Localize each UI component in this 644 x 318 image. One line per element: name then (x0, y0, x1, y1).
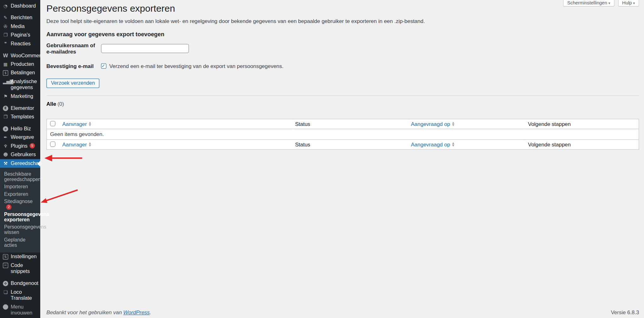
sidebar-item-label: Media (11, 23, 38, 30)
form-row-username: Gebruikersnaam of e-mailadres (47, 39, 639, 58)
woocommerce-icon: W (3, 53, 8, 58)
submenu-gereedschap: Beschikbare gereedschappenImporterenExpo… (0, 168, 40, 253)
list-filters: Alle(0) (47, 101, 639, 107)
sidebar-item-label: Berichten (11, 15, 38, 21)
form-row-confirmation: Bevestiging e-mail Verzend een e-mail te… (47, 58, 639, 74)
templates-folder-icon: ❒ (3, 114, 8, 120)
comments-icon: ❞ (3, 41, 8, 47)
sidebar-item-loco-translate[interactable]: ❏Loco Translate (0, 288, 40, 303)
sidebar-item-media[interactable]: ✇Media (0, 22, 40, 31)
sidebar-item-label: Gebruikers (11, 152, 38, 158)
add-export-request-heading: Aanvraag voor gegevens export toevoegen (47, 31, 639, 37)
submenu-item-persoonsgegevens-wissen[interactable]: Persoonsgegevens wissen (0, 223, 40, 236)
page-title: Persoonsgegevens exporteren (47, 3, 639, 14)
sidebar-item-bondgenoot[interactable]: ✣Bondgenoot (0, 279, 40, 288)
screen-options-tab[interactable]: Scherminstellingen▾ (563, 0, 614, 7)
table-header: Aanvrager▲▼StatusAangevraagd op▲▼Volgend… (47, 119, 639, 129)
submenu-item-importeren[interactable]: Importeren (0, 183, 40, 190)
sort-arrows-icon: ▲▼ (452, 142, 454, 147)
code-snippets-scissors-icon: ✂ (3, 263, 8, 268)
sidebar-item-label: Hello Biz (11, 126, 38, 132)
sidebar-item-gebruikers[interactable]: ☻Gebruikers (0, 150, 40, 159)
sidebar-item-label: Menu invouwen (11, 304, 38, 316)
sidebar-item-label: Marketing (11, 93, 38, 99)
sort-arrows-icon: ▲▼ (89, 122, 91, 126)
sort-link-aangevraagd-op[interactable]: Aangevraagd op▲▼ (411, 141, 454, 148)
sidebar-item-hello-biz[interactable]: +Hello Biz (0, 125, 40, 133)
send-request-button[interactable]: Verzoek verzenden (47, 78, 100, 88)
sidebar-item-menu-invouwen[interactable]: ◀Menu invouwen (0, 303, 40, 317)
column-label: Aangevraagd op (411, 121, 450, 127)
column-label: Aanvrager (62, 121, 87, 127)
column-volgende-stappen-footer: Volgende stappen (525, 139, 639, 149)
sidebar-item-label: Betalingen (11, 70, 38, 76)
sidebar-item-reacties[interactable]: ❞Reacties (0, 39, 40, 48)
sidebar-item-berichten[interactable]: ✎Berichten (0, 14, 40, 22)
column-label: Aangevraagd op (411, 141, 450, 148)
hello-biz-plus-icon: + (3, 126, 8, 132)
column-volgende-stappen-header: Volgende stappen (525, 119, 639, 129)
export-request-form: Gebruikersnaam of e-mailadres Bevestigin… (47, 39, 639, 74)
send-confirmation-checkbox[interactable] (101, 63, 106, 68)
tools-wrench-icon: ⚒ (3, 161, 8, 166)
wordpress-admin-page: ◔Dashboard✎Berichten✇Media❐Pagina's❞Reac… (0, 0, 644, 318)
sidebar-item-label: Dashboard (11, 3, 38, 9)
sidebar-item-marketing[interactable]: ⚑Marketing (0, 92, 40, 101)
translate-pages-icon: ❏ (3, 290, 8, 295)
sidebar-item-label: Loco Translate (11, 289, 38, 301)
sidebar-item-paginas[interactable]: ❐Pagina's (0, 31, 40, 39)
sidebar-item-plugins[interactable]: ♆Plugins5 (0, 142, 40, 150)
submenu-item-sitediagnose[interactable]: Sitediagnose2 (0, 198, 40, 210)
sidebar-item-label: Templates (11, 114, 38, 120)
select-all-checkbox[interactable] (50, 141, 55, 147)
sidebar-item-gereedschap[interactable]: ⚒Gereedschap (0, 159, 40, 168)
footer-thanks-text: Bedankt voor het gebruiken van (47, 309, 123, 315)
help-label: Hulp (622, 0, 632, 5)
username-or-email-input[interactable] (101, 44, 189, 53)
submenu-item-geplande-acties[interactable]: Geplande acties (0, 236, 40, 249)
submenu-item-exporteren[interactable]: Exporteren (0, 190, 40, 198)
main-content: Scherminstellingen▾ Hulp▾ Persoonsgegeve… (40, 0, 644, 318)
sidebar-item-producten[interactable]: ▦Producten (0, 60, 40, 69)
sidebar-item-betalingen[interactable]: $Betalingen (0, 69, 40, 77)
chevron-down-icon: ▾ (633, 1, 635, 5)
submenu-item-persoonsgegevens-exporteren[interactable]: Persoonsgegevens exporteren (0, 211, 40, 223)
footer-thanks: Bedankt voor het gebruiken van WordPress… (47, 309, 151, 315)
filter-all-count: (0) (58, 101, 64, 107)
settings-sliders-icon: ⇅ (3, 254, 8, 259)
sidebar-item-label: WooCommerce (11, 53, 46, 59)
sidebar-item-woocommerce[interactable]: WWooCommerce (0, 51, 40, 60)
admin-sidebar: ◔Dashboard✎Berichten✇Media❐Pagina's❞Reac… (0, 0, 40, 318)
sidebar-item-elementor[interactable]: EElementor (0, 104, 40, 112)
users-icon: ☻ (3, 152, 8, 157)
sidebar-item-instellingen[interactable]: ⇅Instellingen (0, 253, 40, 261)
sort-arrows-icon: ▲▼ (452, 122, 454, 126)
column-aangevraagd-op-footer: Aangevraagd op▲▼ (408, 139, 525, 149)
chevron-down-icon: ▾ (608, 1, 610, 5)
select-all-checkbox[interactable] (50, 121, 55, 126)
filter-all-link[interactable]: Alle (47, 101, 56, 107)
update-count-badge: 5 (30, 143, 35, 149)
sidebar-item-weergave[interactable]: ✒Weergave (0, 133, 40, 142)
sidebar-item-label: Plugins5 (11, 143, 38, 150)
sort-link-aanvrager[interactable]: Aanvrager▲▼ (62, 121, 91, 127)
help-tab[interactable]: Hulp▾ (618, 0, 639, 7)
sidebar-item-dashboard[interactable]: ◔Dashboard (0, 2, 40, 10)
sort-link-aanvrager[interactable]: Aanvrager▲▼ (62, 141, 91, 148)
sidebar-item-label: Gereedschap (11, 160, 42, 167)
sort-link-aangevraagd-op[interactable]: Aangevraagd op▲▼ (411, 121, 454, 127)
sidebar-item-label: Instellingen (11, 254, 38, 260)
sidebar-item-templates[interactable]: ❒Templates (0, 113, 40, 121)
submenu-item-beschikbare-gereedschappen[interactable]: Beschikbare gereedschappen (0, 170, 40, 183)
screen-meta-links: Scherminstellingen▾ Hulp▾ (563, 0, 639, 7)
sidebar-item-code-snippets[interactable]: ✂Code snippets (0, 261, 40, 276)
update-count-badge: 2 (6, 204, 12, 209)
sidebar-item-label: Code snippets (11, 262, 38, 275)
wordpress-link[interactable]: WordPress (123, 309, 150, 315)
pages-icon: ❐ (3, 32, 8, 38)
column-status-header: Status (292, 119, 408, 129)
sidebar-item-analytische-gegevens[interactable]: ▂▅▇Analytische gegevens (0, 77, 40, 92)
table-header-row: Aanvrager▲▼StatusAangevraagd op▲▼Volgend… (47, 119, 639, 129)
column-label: Aanvrager (62, 141, 87, 148)
footer-thanks-period: . (150, 309, 151, 315)
